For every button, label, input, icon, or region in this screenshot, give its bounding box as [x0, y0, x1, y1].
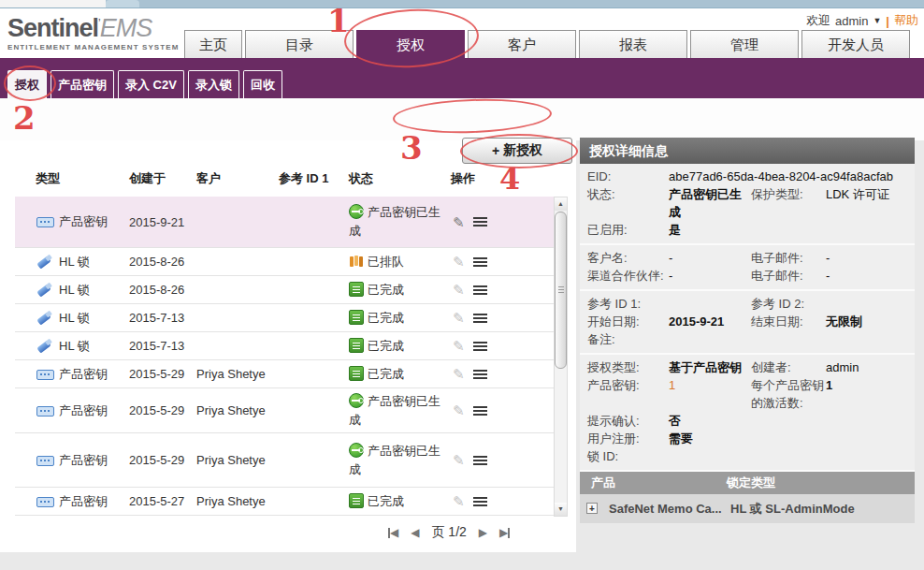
table-row[interactable]: HL 锁 2015-8-26 已完成 ✎: [15, 276, 554, 304]
row-status: 已完成: [368, 494, 404, 508]
new-entitlement-label: 新授权: [503, 142, 542, 159]
product-key-icon: [36, 403, 55, 417]
email-label: 电子邮件:: [751, 249, 826, 267]
actions-menu-icon[interactable]: [473, 257, 487, 267]
user-registration-label: 用户注册:: [587, 430, 669, 447]
col-header-type[interactable]: 类型: [36, 170, 129, 187]
username[interactable]: admin: [835, 14, 868, 28]
first-page-button[interactable]: ◀: [388, 526, 398, 539]
actions-menu-icon[interactable]: [473, 370, 487, 379]
subnav-tab-entitlements[interactable]: 授权: [7, 70, 47, 98]
last-page-button[interactable]: ▶: [499, 526, 510, 539]
details-section-customer: 客户名: - 电子邮件: - 渠道合作伙伴: - 电子邮件: -: [580, 245, 915, 291]
end-date-value: 无限制: [826, 313, 907, 330]
status-key-generated-icon: [349, 443, 364, 458]
edit-icon[interactable]: ✎: [453, 453, 465, 467]
table-row[interactable]: 产品密钥 2015-5-29 Priya Shetye 产品密钥已生成 ✎: [15, 388, 554, 433]
details-section-license: 授权类型: 基于产品密钥 创建者: admin 产品密钥: 1 每个产品密钥 的…: [580, 355, 915, 472]
edit-icon[interactable]: ✎: [453, 255, 465, 269]
row-created: 2015-7-13: [129, 311, 196, 325]
table-scrollbar[interactable]: ▲ ▼: [554, 197, 568, 517]
prompt-confirm-label: 提示确认:: [587, 412, 669, 430]
details-panel-title: 授权详细信息: [580, 138, 915, 164]
table-row[interactable]: 产品密钥 2015-9-21 产品密钥已生成 ✎: [15, 197, 554, 248]
eid-label: EID:: [587, 168, 669, 185]
nav-tab-customers[interactable]: 客户: [468, 30, 576, 58]
product-row[interactable]: + SafeNet Memo Ca... HL 或 SL-AdminMode: [580, 494, 915, 523]
nav-tab-entitlements[interactable]: 授权: [356, 30, 465, 58]
row-status: 已完成: [368, 283, 404, 297]
row-created: 2015-9-21: [129, 215, 196, 229]
prompt-confirm-value: 否: [669, 412, 751, 430]
table-row[interactable]: 产品密钥 2015-5-27 Priya Shetye 已完成 ✎: [15, 488, 554, 516]
subnav-tab-product-keys[interactable]: 产品密钥: [51, 70, 114, 98]
edit-icon[interactable]: ✎: [453, 215, 465, 229]
table-row[interactable]: HL 锁 2015-7-13 已完成 ✎: [15, 304, 554, 332]
nav-tab-reports[interactable]: 报表: [579, 30, 687, 58]
scroll-up-icon[interactable]: ▲: [555, 197, 567, 211]
main-nav: 主页 目录 授权 客户 报表 管理 开发人员: [184, 30, 910, 58]
status-completed-icon: [349, 282, 364, 297]
actions-menu-icon[interactable]: [473, 497, 487, 506]
actions-menu-icon[interactable]: [473, 406, 487, 416]
row-type: 产品密钥: [59, 453, 108, 467]
nav-tab-developers[interactable]: 开发人员: [801, 30, 910, 58]
subnav-tab-checkin-c2v[interactable]: 录入 C2V: [118, 70, 184, 98]
table-row[interactable]: 产品密钥 2015-5-29 Priya Shetye 产品密钥已生成 ✎: [15, 433, 554, 488]
scrollbar-thumb[interactable]: [555, 212, 567, 369]
edit-icon[interactable]: ✎: [453, 367, 465, 381]
separator: |: [886, 14, 889, 28]
actions-menu-icon[interactable]: [473, 217, 487, 227]
table-row[interactable]: HL 锁 2015-8-26 已排队 ✎: [15, 248, 554, 276]
edit-icon[interactable]: ✎: [453, 403, 465, 417]
edit-icon[interactable]: ✎: [453, 311, 465, 325]
row-type: 产品密钥: [59, 494, 108, 508]
product-keys-value[interactable]: 1: [669, 376, 751, 394]
ref-id2-label: 参考 ID 2:: [751, 295, 826, 313]
actions-menu-icon[interactable]: [473, 285, 487, 295]
row-created: 2015-7-13: [129, 339, 196, 353]
expand-icon[interactable]: +: [586, 503, 598, 514]
status-key-generated-icon: [349, 393, 364, 408]
filter-bar: 全部 ▼ i 开发号: DEMOMA ▼: [0, 98, 924, 140]
edit-icon[interactable]: ✎: [453, 339, 465, 353]
actions-menu-icon[interactable]: [473, 342, 487, 351]
edit-icon[interactable]: ✎: [453, 283, 465, 297]
table-body: 产品密钥 2015-9-21 产品密钥已生成 ✎ HL 锁 2015-8-26 …: [15, 197, 554, 516]
user-registration-value: 需要: [669, 430, 751, 447]
details-section-general: EID: abe77ad6-65da-4bea-8204-ac94fa8acfa…: [580, 164, 915, 245]
enabled-value: 是: [669, 221, 751, 239]
chevron-down-icon[interactable]: ▼: [873, 16, 881, 25]
protection-value: LDK 许可证: [826, 185, 907, 203]
enabled-label: 已启用:: [587, 221, 669, 239]
edit-icon[interactable]: ✎: [453, 494, 465, 508]
table-row[interactable]: 产品密钥 2015-5-29 Priya Shetye 已完成 ✎: [15, 360, 554, 388]
row-type: HL 锁: [59, 283, 90, 297]
nav-tab-administration[interactable]: 管理: [690, 30, 799, 58]
channel-partner-label: 渠道合作伙伴:: [587, 267, 669, 285]
nav-tab-catalog[interactable]: 目录: [245, 30, 354, 58]
col-header-customer[interactable]: 客户: [196, 170, 279, 187]
scroll-down-icon[interactable]: ▼: [555, 503, 567, 516]
actions-menu-icon[interactable]: [473, 456, 487, 465]
sentinel-ems-logo: Sentinel’EMS ENTITLEMENT MANAGEMENT SYST…: [7, 11, 179, 51]
col-header-status[interactable]: 状态: [349, 170, 451, 187]
entitlement-type-value: 基于产品密钥: [669, 358, 751, 376]
subnav-tab-revoke[interactable]: 回收: [243, 70, 282, 98]
nav-tab-home[interactable]: 主页: [184, 30, 242, 58]
col-header-actions: 操作: [451, 170, 554, 187]
col-header-refid[interactable]: 参考 ID 1: [279, 170, 349, 187]
new-entitlement-button[interactable]: + 新授权: [462, 138, 572, 164]
table-row[interactable]: HL 锁 2015-7-13 已完成 ✎: [15, 332, 554, 360]
next-page-button[interactable]: ▶: [479, 526, 487, 539]
product-key-icon: [36, 367, 55, 381]
help-link[interactable]: 帮助: [894, 12, 918, 29]
prev-page-button[interactable]: ◀: [411, 526, 419, 539]
actions-menu-icon[interactable]: [473, 314, 487, 323]
creator-label: 创建者:: [751, 358, 826, 376]
table-header-row: 类型 创建于 客户 参考 ID 1 状态 操作: [15, 170, 554, 187]
col-header-created[interactable]: 创建于: [129, 170, 196, 187]
products-table-header: 产品 锁定类型: [580, 472, 915, 494]
subnav-tab-checkin-key[interactable]: 录入锁: [188, 70, 239, 98]
row-status: 已完成: [368, 311, 404, 325]
